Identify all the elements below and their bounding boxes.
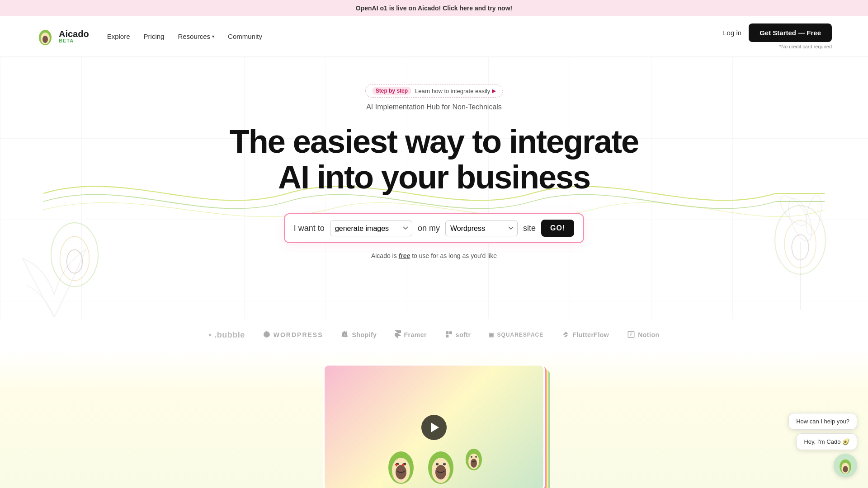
login-button[interactable]: Log in	[723, 29, 741, 37]
free-note: Aicado is free to use for as long as you…	[9, 252, 859, 259]
logo-wordpress: ✺ WORDPRESS	[263, 330, 323, 340]
nav-explore[interactable]: Explore	[107, 33, 130, 40]
logo-link[interactable]: Aicado BETA	[36, 28, 89, 46]
logo-notion: Notion	[627, 330, 659, 340]
bar-middle: on my	[418, 224, 440, 233]
hero-section: Step by step Learn how to integrate easi…	[0, 57, 868, 319]
chat-widget: How can I help you? Hey, I'm Cado 🥑	[788, 413, 857, 477]
get-started-button[interactable]: Get Started — Free	[749, 23, 832, 42]
squarespace-icon: ▣	[489, 332, 494, 338]
avocado-left-char: ♥ ♥	[383, 444, 419, 485]
logo-name: Aicado	[59, 29, 89, 38]
step-link[interactable]: Learn how to integrate easily ▶	[415, 88, 496, 94]
flutterflow-icon	[561, 330, 570, 340]
bar-suffix: site	[523, 224, 536, 233]
logos-row: • .bubble ✺ WORDPRESS Shopify Framer sof…	[0, 319, 868, 351]
action-select[interactable]: generate images build a chatbot automate…	[330, 221, 412, 236]
chat-greeting: Hey, I'm Cado 🥑	[796, 433, 857, 450]
chevron-down-icon: ▾	[212, 34, 214, 39]
platform-select[interactable]: Wordpress Shopify Bubble Framer Notion S…	[445, 221, 518, 236]
arrow-icon: ▶	[492, 88, 496, 94]
nav-pricing[interactable]: Pricing	[144, 33, 165, 40]
nav-community[interactable]: Community	[228, 33, 262, 40]
svg-point-32	[471, 456, 472, 458]
logo-framer: Framer	[395, 330, 426, 340]
banner-text: OpenAI o1 is live on Aicado! Click here …	[356, 5, 512, 12]
svg-rect-13	[446, 331, 448, 334]
step-label: Step by step	[372, 87, 411, 95]
logo-avocado-icon	[36, 28, 54, 46]
hero-headline: The easiest way to integrate AI into you…	[9, 124, 859, 195]
nav-resources[interactable]: Resources ▾	[178, 33, 214, 40]
chat-avocado-icon	[838, 457, 853, 474]
video-section: ♥ ♥	[0, 351, 868, 488]
framer-icon	[395, 330, 401, 340]
nav-right: Log in Get Started — Free *No credit car…	[723, 23, 832, 49]
play-triangle-icon	[431, 422, 439, 432]
hero-content: Step by step Learn how to integrate easi…	[9, 84, 859, 259]
logo-softr: softr	[445, 330, 471, 340]
shopify-icon	[341, 330, 349, 340]
video-play-button[interactable]	[421, 415, 447, 440]
nav-links: Explore Pricing Resources ▾ Community	[107, 33, 723, 40]
step-badge: Step by step Learn how to integrate easi…	[365, 84, 503, 98]
svg-text:♥: ♥	[395, 462, 398, 468]
svg-point-33	[475, 456, 477, 458]
avocado-baby-char	[462, 444, 485, 471]
chat-question: How can I help you?	[788, 413, 857, 430]
avocado-right-char	[423, 444, 459, 485]
softr-icon	[445, 330, 453, 340]
logo-squarespace: ▣ SQUARESPACE	[489, 332, 543, 338]
bubble-icon: •	[208, 330, 212, 340]
notion-icon	[627, 330, 635, 340]
video-wrapper: ♥ ♥	[323, 364, 545, 488]
top-banner[interactable]: OpenAI o1 is live on Aicado! Click here …	[0, 0, 868, 16]
bar-prefix: I want to	[294, 224, 325, 233]
svg-point-36	[843, 466, 848, 472]
svg-point-31	[471, 459, 477, 468]
hero-subtitle: AI Implementation Hub for Non-Technicals	[9, 103, 859, 111]
no-credit-text: *No credit card required	[779, 44, 832, 49]
svg-rect-14	[449, 331, 452, 334]
interactive-bar: I want to generate images build a chatbo…	[284, 213, 584, 243]
wordpress-icon: ✺	[263, 330, 271, 340]
svg-point-2	[42, 36, 48, 43]
navbar: Aicado BETA Explore Pricing Resources ▾ …	[0, 16, 868, 57]
logo-shopify: Shopify	[341, 330, 377, 340]
chat-avatar[interactable]	[834, 454, 857, 477]
logo-bubble: • .bubble	[208, 330, 245, 340]
go-button[interactable]: GO!	[541, 220, 574, 237]
logo-beta: BETA	[59, 38, 89, 43]
logo-flutterflow: FlutterFlow	[561, 330, 609, 340]
video-avocados: ♥ ♥	[383, 444, 485, 485]
svg-rect-15	[446, 334, 448, 337]
svg-text:♥: ♥	[401, 462, 405, 468]
